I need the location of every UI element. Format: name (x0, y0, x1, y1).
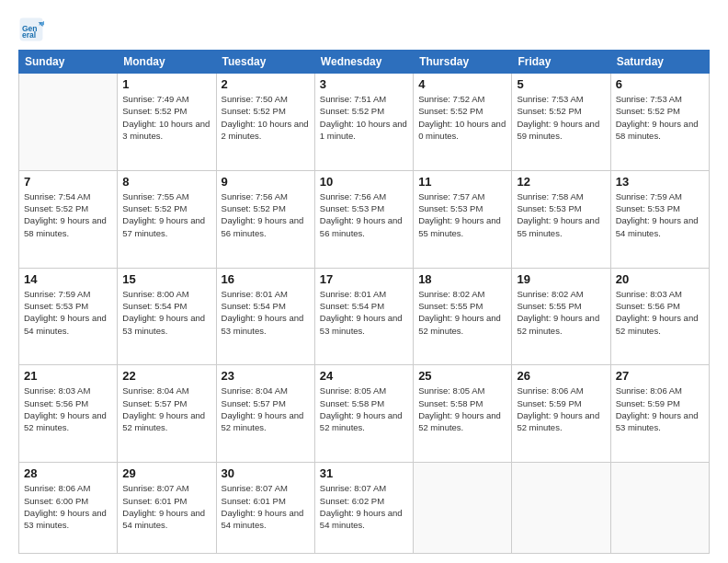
sunrise-label: Sunrise: 7:50 AM (222, 94, 288, 104)
calendar-cell: 26Sunrise: 8:06 AMSunset: 5:59 PMDayligh… (512, 365, 610, 463)
sunrise-label: Sunrise: 7:53 AM (616, 94, 682, 104)
day-number: 8 (122, 175, 210, 189)
daylight-label: Daylight: 9 hours and 52 minutes. (616, 313, 699, 335)
day-number: 2 (222, 77, 310, 91)
header: Gen eral (18, 17, 710, 42)
day-number: 1 (122, 77, 210, 91)
daylight-label: Daylight: 9 hours and 53 minutes. (616, 410, 699, 432)
sunset-label: Sunset: 5:56 PM (616, 301, 680, 311)
day-info: Sunrise: 7:52 AMSunset: 5:52 PMDaylight:… (418, 93, 506, 142)
day-info: Sunrise: 8:05 AMSunset: 5:58 PMDaylight:… (418, 385, 506, 433)
weekday-friday: Friday (512, 51, 610, 74)
sunrise-label: Sunrise: 7:54 AM (24, 191, 90, 201)
sunrise-label: Sunrise: 8:01 AM (320, 289, 386, 299)
day-number: 24 (320, 369, 408, 383)
sunset-label: Sunset: 5:52 PM (222, 106, 286, 116)
daylight-label: Daylight: 10 hours and 2 minutes. (222, 119, 309, 141)
daylight-label: Daylight: 9 hours and 56 minutes. (222, 215, 304, 237)
sunset-label: Sunset: 5:59 PM (517, 398, 581, 408)
svg-text:eral: eral (22, 30, 36, 40)
day-info: Sunrise: 7:51 AMSunset: 5:52 PMDaylight:… (320, 93, 408, 142)
calendar-cell: 12Sunrise: 7:58 AMSunset: 5:53 PMDayligh… (512, 170, 610, 268)
week-row-2: 7Sunrise: 7:54 AMSunset: 5:52 PMDaylight… (19, 170, 710, 268)
calendar-cell: 27Sunrise: 8:06 AMSunset: 5:59 PMDayligh… (610, 365, 709, 463)
sunset-label: Sunset: 5:53 PM (616, 203, 680, 213)
daylight-label: Daylight: 9 hours and 53 minutes. (24, 508, 107, 530)
sunset-label: Sunset: 5:52 PM (517, 106, 581, 116)
sunrise-label: Sunrise: 8:04 AM (122, 385, 188, 396)
sunset-label: Sunset: 6:02 PM (320, 496, 384, 506)
sunrise-label: Sunrise: 7:52 AM (418, 94, 484, 104)
calendar-cell (19, 74, 118, 171)
calendar-cell: 1Sunrise: 7:49 AMSunset: 5:52 PMDaylight… (118, 74, 216, 171)
calendar-cell: 14Sunrise: 7:59 AMSunset: 5:53 PMDayligh… (19, 268, 118, 365)
day-info: Sunrise: 8:02 AMSunset: 5:55 PMDaylight:… (418, 288, 506, 337)
day-number: 13 (616, 175, 704, 189)
sunset-label: Sunset: 5:52 PM (320, 106, 384, 116)
sunrise-label: Sunrise: 7:56 AM (320, 191, 386, 201)
daylight-label: Daylight: 9 hours and 53 minutes. (122, 313, 205, 335)
calendar-cell: 19Sunrise: 8:02 AMSunset: 5:55 PMDayligh… (512, 268, 610, 365)
sunrise-label: Sunrise: 8:01 AM (222, 289, 288, 299)
sunrise-label: Sunrise: 7:56 AM (222, 191, 288, 201)
sunrise-label: Sunrise: 7:49 AM (122, 94, 188, 104)
calendar-cell: 21Sunrise: 8:03 AMSunset: 5:56 PMDayligh… (19, 365, 118, 463)
daylight-label: Daylight: 10 hours and 1 minute. (320, 119, 407, 141)
sunrise-label: Sunrise: 8:04 AM (222, 385, 288, 396)
sunset-label: Sunset: 5:54 PM (122, 301, 187, 311)
calendar-cell: 10Sunrise: 7:56 AMSunset: 5:53 PMDayligh… (314, 170, 413, 268)
day-number: 18 (418, 272, 506, 286)
day-number: 3 (320, 77, 408, 91)
sunset-label: Sunset: 5:57 PM (222, 398, 286, 408)
calendar-cell: 20Sunrise: 8:03 AMSunset: 5:56 PMDayligh… (610, 268, 709, 365)
sunset-label: Sunset: 5:52 PM (616, 106, 680, 116)
week-row-5: 28Sunrise: 8:06 AMSunset: 6:00 PMDayligh… (19, 463, 710, 554)
sunrise-label: Sunrise: 7:57 AM (418, 191, 484, 201)
calendar-cell: 28Sunrise: 8:06 AMSunset: 6:00 PMDayligh… (19, 463, 118, 554)
day-info: Sunrise: 8:04 AMSunset: 5:57 PMDaylight:… (122, 385, 210, 433)
daylight-label: Daylight: 9 hours and 52 minutes. (418, 410, 501, 432)
sunrise-label: Sunrise: 8:07 AM (122, 483, 188, 493)
sunrise-label: Sunrise: 8:07 AM (320, 483, 386, 493)
day-info: Sunrise: 7:53 AMSunset: 5:52 PMDaylight:… (616, 93, 704, 142)
week-row-3: 14Sunrise: 7:59 AMSunset: 5:53 PMDayligh… (19, 268, 710, 365)
sunset-label: Sunset: 6:01 PM (222, 496, 286, 506)
weekday-header-row: SundayMondayTuesdayWednesdayThursdayFrid… (19, 51, 710, 74)
day-info: Sunrise: 8:02 AMSunset: 5:55 PMDaylight:… (517, 288, 605, 337)
calendar-cell: 25Sunrise: 8:05 AMSunset: 5:58 PMDayligh… (414, 365, 512, 463)
day-info: Sunrise: 8:04 AMSunset: 5:57 PMDaylight:… (222, 385, 310, 433)
calendar-cell: 17Sunrise: 8:01 AMSunset: 5:54 PMDayligh… (314, 268, 413, 365)
daylight-label: Daylight: 9 hours and 56 minutes. (320, 215, 403, 237)
weekday-sunday: Sunday (19, 51, 118, 74)
day-info: Sunrise: 8:06 AMSunset: 5:59 PMDaylight:… (517, 385, 605, 433)
day-number: 31 (320, 466, 408, 480)
calendar-cell: 5Sunrise: 7:53 AMSunset: 5:52 PMDaylight… (512, 74, 610, 171)
sunrise-label: Sunrise: 8:05 AM (320, 385, 386, 396)
calendar-cell: 16Sunrise: 8:01 AMSunset: 5:54 PMDayligh… (216, 268, 314, 365)
day-info: Sunrise: 8:07 AMSunset: 6:01 PMDaylight:… (222, 482, 310, 531)
sunrise-label: Sunrise: 8:03 AM (616, 289, 682, 299)
day-info: Sunrise: 8:05 AMSunset: 5:58 PMDaylight:… (320, 385, 408, 433)
sunrise-label: Sunrise: 8:03 AM (24, 385, 90, 396)
sunset-label: Sunset: 5:59 PM (616, 398, 680, 408)
calendar-body: 1Sunrise: 7:49 AMSunset: 5:52 PMDaylight… (19, 74, 710, 554)
day-info: Sunrise: 8:06 AMSunset: 5:59 PMDaylight:… (616, 385, 704, 433)
calendar-cell: 23Sunrise: 8:04 AMSunset: 5:57 PMDayligh… (216, 365, 314, 463)
day-number: 25 (418, 369, 506, 383)
day-number: 5 (517, 77, 605, 91)
calendar-cell: 8Sunrise: 7:55 AMSunset: 5:52 PMDaylight… (118, 170, 216, 268)
daylight-label: Daylight: 9 hours and 52 minutes. (418, 313, 501, 335)
sunrise-label: Sunrise: 8:06 AM (24, 483, 90, 493)
day-info: Sunrise: 8:07 AMSunset: 6:02 PMDaylight:… (320, 482, 408, 531)
weekday-saturday: Saturday (610, 51, 709, 74)
daylight-label: Daylight: 10 hours and 0 minutes. (418, 119, 506, 141)
calendar-cell: 9Sunrise: 7:56 AMSunset: 5:52 PMDaylight… (216, 170, 314, 268)
day-number: 6 (616, 77, 704, 91)
calendar-cell: 7Sunrise: 7:54 AMSunset: 5:52 PMDaylight… (19, 170, 118, 268)
sunset-label: Sunset: 5:53 PM (320, 203, 384, 213)
daylight-label: Daylight: 9 hours and 58 minutes. (24, 215, 107, 237)
day-info: Sunrise: 7:58 AMSunset: 5:53 PMDaylight:… (517, 190, 605, 239)
sunset-label: Sunset: 5:55 PM (517, 301, 581, 311)
day-number: 29 (122, 466, 210, 480)
day-info: Sunrise: 7:49 AMSunset: 5:52 PMDaylight:… (122, 93, 210, 142)
